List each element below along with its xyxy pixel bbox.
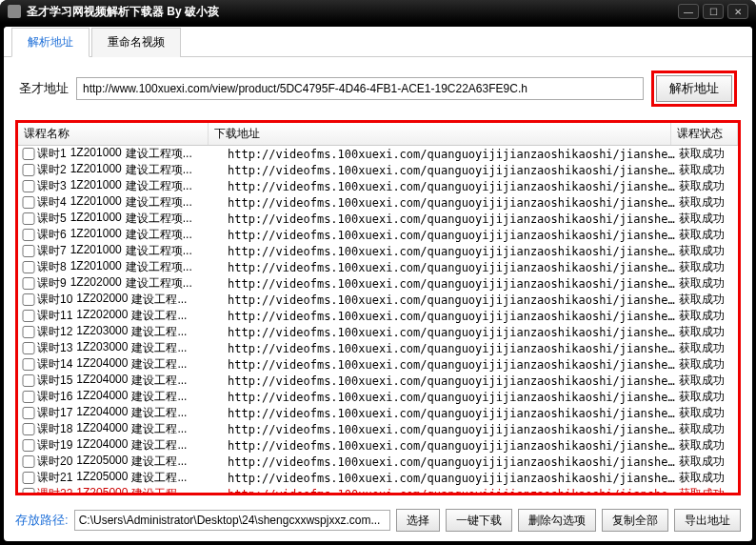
table-body[interactable]: 课时11Z201000建设工程项...http://videofms.100xu… [18, 146, 738, 493]
row-checkbox[interactable] [22, 277, 35, 290]
cell-url: http://videofms.100xuexi.com/quanguoyiji… [228, 342, 679, 355]
bottom-bar: 存放路径: 选择 一键下载 删除勾选项 复制全部 导出地址 [4, 501, 752, 541]
row-checkbox[interactable] [22, 310, 35, 322]
row-checkbox[interactable] [22, 374, 35, 387]
table-row[interactable]: 课时51Z201000建设工程项...http://videofms.100xu… [18, 211, 738, 227]
row-checkbox[interactable] [22, 245, 35, 257]
table-row[interactable]: 课时21Z201000建设工程项...http://videofms.100xu… [18, 162, 738, 178]
table-row[interactable]: 课时91Z202000建设工程项...http://videofms.100xu… [18, 275, 738, 292]
table-row[interactable]: 课时181Z204000建设工程...http://videofms.100xu… [18, 421, 738, 437]
table-row[interactable]: 课时201Z205000建设工程...http://videofms.100xu… [18, 454, 738, 470]
cell-name: 课时121Z203000建设工程... [37, 324, 228, 340]
row-checkbox[interactable] [22, 196, 35, 209]
cell-name: 课时21Z201000建设工程项... [37, 162, 228, 178]
table-row[interactable]: 课时221Z205000建设工程...http://videofms.100xu… [18, 486, 738, 493]
cell-url: http://videofms.100xuexi.com/quanguoyiji… [228, 326, 679, 339]
row-checkbox[interactable] [22, 293, 35, 306]
cell-url: http://videofms.100xuexi.com/quanguoyiji… [228, 196, 679, 210]
row-checkbox[interactable] [22, 472, 35, 484]
table-row[interactable]: 课时171Z204000建设工程...http://videofms.100xu… [18, 405, 738, 421]
table-row[interactable]: 课时111Z202000建设工程...http://videofms.100xu… [18, 308, 738, 324]
cell-status: 获取成功 [679, 243, 738, 259]
tab-parse[interactable]: 解析地址 [11, 28, 90, 57]
cell-name: 课时191Z204000建设工程... [37, 437, 228, 454]
cell-url: http://videofms.100xuexi.com/quanguoyiji… [228, 391, 679, 404]
col-name[interactable]: 课程名称 [18, 123, 209, 145]
cell-url: http://videofms.100xuexi.com/quanguoyiji… [228, 277, 679, 291]
cell-url: http://videofms.100xuexi.com/quanguoyiji… [228, 164, 679, 177]
table-row[interactable]: 课时121Z203000建设工程...http://videofms.100xu… [18, 324, 738, 340]
cell-url: http://videofms.100xuexi.com/quanguoyiji… [228, 261, 679, 274]
parse-button-highlight: 解析地址 [651, 71, 737, 107]
cell-status: 获取成功 [679, 211, 738, 227]
row-checkbox[interactable] [22, 391, 35, 403]
cell-status: 获取成功 [679, 275, 738, 292]
table-row[interactable]: 课时161Z204000建设工程...http://videofms.100xu… [18, 389, 738, 405]
row-checkbox[interactable] [22, 180, 35, 192]
table-row[interactable]: 课时61Z201000建设工程项...http://videofms.100xu… [18, 227, 738, 243]
table-row[interactable]: 课时211Z205000建设工程...http://videofms.100xu… [18, 470, 738, 486]
delete-checked-button[interactable]: 删除勾选项 [518, 509, 596, 532]
cell-name: 课时101Z202000建设工程... [37, 292, 228, 308]
cell-status: 获取成功 [679, 146, 738, 162]
titlebar[interactable]: 圣才学习网视频解析下载器 By 破小孩 — ☐ ✕ [0, 0, 756, 23]
row-checkbox[interactable] [22, 229, 35, 241]
table-row[interactable]: 课时81Z201000建设工程项...http://videofms.100xu… [18, 259, 738, 275]
cell-url: http://videofms.100xuexi.com/quanguoyiji… [228, 423, 679, 436]
cell-status: 获取成功 [679, 373, 738, 389]
row-checkbox[interactable] [22, 164, 35, 176]
cell-name: 课时181Z204000建设工程... [37, 421, 228, 437]
table-row[interactable]: 课时101Z202000建设工程...http://videofms.100xu… [18, 292, 738, 308]
cell-name: 课时71Z201000建设工程项... [37, 243, 228, 259]
row-checkbox[interactable] [22, 423, 35, 435]
cell-name: 课时221Z205000建设工程... [37, 486, 228, 493]
row-checkbox[interactable] [22, 488, 35, 493]
cell-status: 获取成功 [679, 227, 738, 243]
minimize-button[interactable]: — [678, 4, 699, 19]
cell-name: 课时61Z201000建设工程项... [37, 227, 228, 243]
cell-status: 获取成功 [679, 292, 738, 308]
row-checkbox[interactable] [22, 261, 35, 273]
col-url[interactable]: 下载地址 [209, 123, 671, 145]
row-checkbox[interactable] [22, 148, 35, 160]
maximize-button[interactable]: ☐ [703, 4, 724, 19]
row-checkbox[interactable] [22, 407, 35, 419]
app-icon [8, 5, 21, 18]
table-row[interactable]: 课时11Z201000建设工程项...http://videofms.100xu… [18, 146, 738, 162]
row-checkbox[interactable] [22, 342, 35, 354]
cell-name: 课时201Z205000建设工程... [37, 454, 228, 470]
parse-button[interactable]: 解析地址 [656, 75, 732, 102]
close-button[interactable]: ✕ [727, 4, 748, 19]
row-checkbox[interactable] [22, 439, 35, 452]
table-row[interactable]: 课时191Z204000建设工程...http://videofms.100xu… [18, 437, 738, 454]
cell-name: 课时151Z204000建设工程... [37, 373, 228, 389]
table-row[interactable]: 课时151Z204000建设工程...http://videofms.100xu… [18, 373, 738, 389]
row-checkbox[interactable] [22, 326, 35, 338]
table-row[interactable]: 课时141Z204000建设工程...http://videofms.100xu… [18, 356, 738, 373]
table-row[interactable]: 课时31Z201000建设工程项...http://videofms.100xu… [18, 178, 738, 194]
window-controls: — ☐ ✕ [678, 4, 748, 19]
row-checkbox[interactable] [22, 358, 35, 371]
cell-status: 获取成功 [679, 259, 738, 275]
export-urls-button[interactable]: 导出地址 [674, 509, 741, 532]
cell-name: 课时41Z201000建设工程项... [37, 194, 228, 211]
cell-name: 课时171Z204000建设工程... [37, 405, 228, 421]
table-row[interactable]: 课时131Z203000建设工程...http://videofms.100xu… [18, 340, 738, 356]
table-header: 课程名称 下载地址 课程状态 [18, 123, 738, 146]
tab-rename[interactable]: 重命名视频 [91, 28, 181, 57]
cell-status: 获取成功 [679, 389, 738, 405]
row-checkbox[interactable] [22, 455, 35, 468]
table-row[interactable]: 课时71Z201000建设工程项...http://videofms.100xu… [18, 243, 738, 259]
download-button[interactable]: 一键下载 [446, 509, 512, 532]
col-status[interactable]: 课程状态 [671, 123, 738, 145]
table-row[interactable]: 课时41Z201000建设工程项...http://videofms.100xu… [18, 194, 738, 211]
cell-name: 课时161Z204000建设工程... [37, 389, 228, 405]
cell-url: http://videofms.100xuexi.com/quanguoyiji… [228, 229, 679, 242]
url-input[interactable] [76, 77, 644, 100]
app-window: 圣才学习网视频解析下载器 By 破小孩 — ☐ ✕ 解析地址 重命名视频 圣才地… [0, 0, 756, 545]
cell-url: http://videofms.100xuexi.com/quanguoyiji… [228, 455, 679, 469]
select-path-button[interactable]: 选择 [396, 509, 440, 532]
save-path-input[interactable] [74, 510, 390, 531]
copy-all-button[interactable]: 复制全部 [602, 509, 668, 532]
row-checkbox[interactable] [22, 212, 35, 225]
